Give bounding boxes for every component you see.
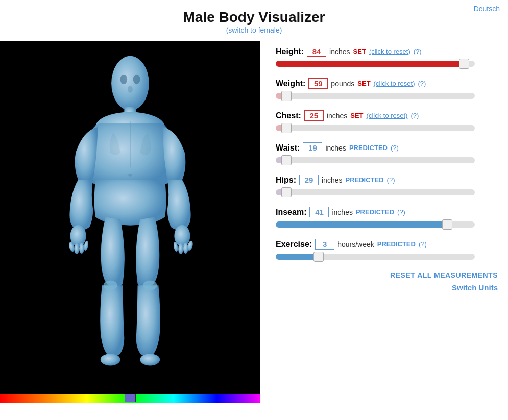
- hips-label: Hips:: [276, 176, 296, 185]
- height-label: Height:: [276, 47, 304, 56]
- height-unit: inches: [329, 47, 350, 56]
- chest-reset-link[interactable]: (click to reset): [367, 112, 408, 119]
- bottom-actions: RESET ALL MEASUREMENTS Switch Units: [276, 271, 498, 292]
- height-value: 84: [307, 46, 326, 57]
- svg-point-19: [128, 174, 132, 177]
- exercise-value: 3: [315, 239, 334, 250]
- hips-help-link[interactable]: (?): [387, 176, 395, 184]
- waist-status: PREDICTED: [349, 144, 388, 152]
- svg-point-5: [74, 243, 79, 254]
- svg-point-14: [140, 354, 160, 365]
- waist-unit: inches: [325, 144, 346, 152]
- weight-set-link[interactable]: SET: [357, 80, 370, 87]
- exercise-control: Exercise: 3 hours/week PREDICTED (?): [276, 239, 498, 262]
- inseam-status: PREDICTED: [356, 208, 394, 216]
- exercise-unit: hours/week: [337, 240, 374, 249]
- svg-point-0: [111, 56, 149, 111]
- waist-label: Waist:: [276, 143, 300, 153]
- body-viewer: [0, 41, 260, 403]
- hips-value: 29: [299, 175, 319, 185]
- svg-point-16: [133, 75, 140, 84]
- waist-help-link[interactable]: (?): [391, 144, 399, 152]
- chest-unit: inches: [327, 112, 347, 120]
- inseam-slider[interactable]: [276, 221, 475, 228]
- chest-set-link[interactable]: SET: [350, 112, 363, 119]
- weight-control: Weight: 59 pounds SET (click to reset) (…: [276, 78, 498, 101]
- chest-help-link[interactable]: (?): [410, 112, 419, 119]
- height-reset-link[interactable]: (click to reset): [369, 47, 410, 55]
- svg-point-21: [143, 281, 157, 290]
- inseam-help-link[interactable]: (?): [397, 208, 405, 216]
- svg-point-15: [120, 75, 128, 84]
- switch-units-button[interactable]: Switch Units: [276, 283, 498, 292]
- waist-value: 19: [303, 142, 322, 153]
- chest-label: Chest:: [276, 111, 301, 120]
- hips-unit: inches: [322, 176, 342, 184]
- height-slider[interactable]: [276, 61, 475, 67]
- controls-panel: Height: 84 inches SET (click to reset) (…: [260, 41, 508, 403]
- chest-control: Chest: 25 inches SET (click to reset) (?…: [276, 110, 498, 133]
- height-set-link[interactable]: SET: [353, 47, 366, 55]
- waist-control: Waist: 19 inches PREDICTED (?): [276, 142, 498, 165]
- hips-control: Hips: 29 inches PREDICTED (?): [276, 175, 498, 197]
- switch-gender-link[interactable]: (switch to female): [226, 26, 282, 34]
- bmi-indicator: [125, 394, 136, 402]
- svg-point-11: [183, 243, 188, 254]
- height-help-link[interactable]: (?): [414, 47, 422, 55]
- inseam-unit: inches: [332, 208, 352, 216]
- inseam-control: Inseam: 41 inches PREDICTED (?): [276, 207, 498, 230]
- svg-point-17: [128, 86, 133, 93]
- inseam-value: 41: [309, 207, 329, 217]
- svg-point-13: [101, 354, 120, 365]
- svg-point-6: [79, 243, 84, 254]
- page-title: Male Body Visualizer: [0, 9, 508, 26]
- weight-unit: pounds: [331, 80, 354, 88]
- height-control: Height: 84 inches SET (click to reset) (…: [276, 46, 498, 69]
- hips-slider[interactable]: [276, 189, 475, 195]
- svg-point-20: [104, 281, 117, 290]
- bmi-color-bar: [0, 394, 260, 403]
- weight-slider[interactable]: [276, 93, 475, 99]
- exercise-label: Exercise:: [276, 240, 312, 249]
- lang-link[interactable]: Deutsch: [474, 5, 500, 13]
- body-figure-svg: [59, 54, 202, 390]
- exercise-help-link[interactable]: (?): [419, 240, 427, 248]
- weight-help-link[interactable]: (?): [418, 80, 426, 87]
- chest-slider[interactable]: [276, 125, 475, 131]
- waist-slider[interactable]: [276, 157, 475, 163]
- chest-value: 25: [304, 110, 324, 121]
- inseam-label: Inseam:: [276, 208, 306, 217]
- weight-reset-link[interactable]: (click to reset): [374, 80, 415, 87]
- hips-status: PREDICTED: [345, 176, 383, 184]
- weight-label: Weight:: [276, 79, 305, 88]
- reset-all-button[interactable]: RESET ALL MEASUREMENTS: [276, 271, 498, 279]
- exercise-status: PREDICTED: [377, 240, 416, 248]
- weight-value: 59: [308, 78, 328, 89]
- svg-point-10: [178, 243, 183, 254]
- exercise-slider[interactable]: [276, 254, 475, 260]
